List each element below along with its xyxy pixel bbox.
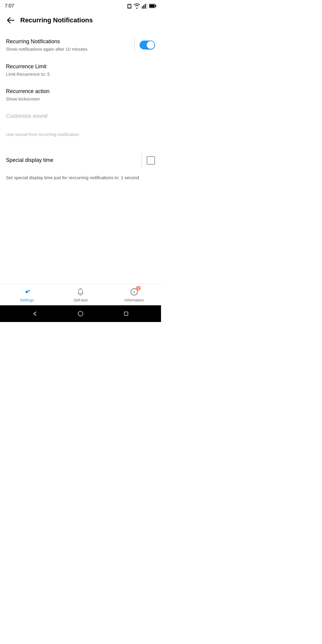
use-sound-subtitle: Use sound from recurring notification xyxy=(6,131,155,137)
svg-rect-8 xyxy=(150,5,155,7)
page-title: Recurring Notifications xyxy=(20,16,93,24)
nav-information-label: Information xyxy=(124,298,144,302)
special-display-time-description: Set special display time just for reccur… xyxy=(0,173,161,187)
svg-rect-12 xyxy=(124,312,128,315)
use-sound-row: Use sound from recurring notification xyxy=(0,125,161,143)
svg-rect-5 xyxy=(146,3,147,9)
special-display-time-checkbox[interactable] xyxy=(147,156,155,165)
sim-icon xyxy=(127,3,132,9)
svg-rect-1 xyxy=(128,5,131,7)
toggle-thumb xyxy=(147,41,154,49)
special-display-time-title: Special display time xyxy=(6,157,137,164)
special-display-time-row[interactable]: Special display time xyxy=(0,148,161,173)
nav-selftest-label: Self-test xyxy=(73,298,88,302)
settings-content: Recurring Notifications Show notificatio… xyxy=(0,30,161,284)
customize-sound-title: Customize sound xyxy=(6,113,155,120)
recurring-notifications-row[interactable]: Recurring Notifications Show notificatio… xyxy=(0,32,161,58)
bottom-navigation: Settings Self-test i 1 Information xyxy=(0,284,161,305)
customize-sound-row: Customize sound xyxy=(0,107,161,125)
row-divider-2 xyxy=(142,153,142,168)
status-bar: 7:07 xyxy=(0,0,161,11)
svg-rect-7 xyxy=(155,5,156,7)
android-back-button[interactable] xyxy=(31,310,38,317)
recurrence-limit-row[interactable]: Recurrence Limit Limit Recurrence to: 5 xyxy=(0,58,161,83)
recurring-notifications-subtitle: Show notifications again after 10 minute… xyxy=(6,46,130,52)
recurrence-limit-title: Recurrence Limit xyxy=(6,63,155,70)
info-badge: 1 xyxy=(136,286,141,291)
android-home-button[interactable] xyxy=(77,310,84,317)
status-time: 7:07 xyxy=(5,3,14,9)
nav-selftest[interactable]: Self-test xyxy=(54,284,107,305)
svg-rect-2 xyxy=(142,6,143,9)
settings-icon xyxy=(23,288,31,296)
nav-settings[interactable]: Settings xyxy=(0,284,54,305)
nav-settings-label: Settings xyxy=(20,298,34,302)
svg-text:i: i xyxy=(134,290,135,294)
svg-point-11 xyxy=(78,311,83,316)
nav-information[interactable]: i 1 Information xyxy=(107,284,161,305)
android-recents-button[interactable] xyxy=(123,310,130,317)
android-nav-bar xyxy=(0,305,161,322)
recurrence-limit-subtitle: Limit Recurrence to: 5 xyxy=(6,71,155,77)
recurring-notifications-title: Recurring Notifications xyxy=(6,38,130,45)
app-header: Recurring Notifications xyxy=(0,11,161,30)
recurrence-action-row[interactable]: Recurrence action Show lockscreen xyxy=(0,83,161,107)
recurrence-action-subtitle: Show lockscreen xyxy=(6,96,155,102)
svg-rect-3 xyxy=(143,5,144,9)
svg-rect-4 xyxy=(145,4,146,9)
back-button[interactable] xyxy=(5,14,17,26)
status-icons xyxy=(127,3,156,9)
bell-icon xyxy=(77,288,84,296)
battery-icon xyxy=(149,4,156,8)
signal-icon xyxy=(142,3,147,9)
recurring-notifications-toggle[interactable] xyxy=(140,41,155,49)
recurrence-action-title: Recurrence action xyxy=(6,88,155,95)
row-divider-1 xyxy=(134,38,135,52)
wifi-icon xyxy=(134,3,140,9)
